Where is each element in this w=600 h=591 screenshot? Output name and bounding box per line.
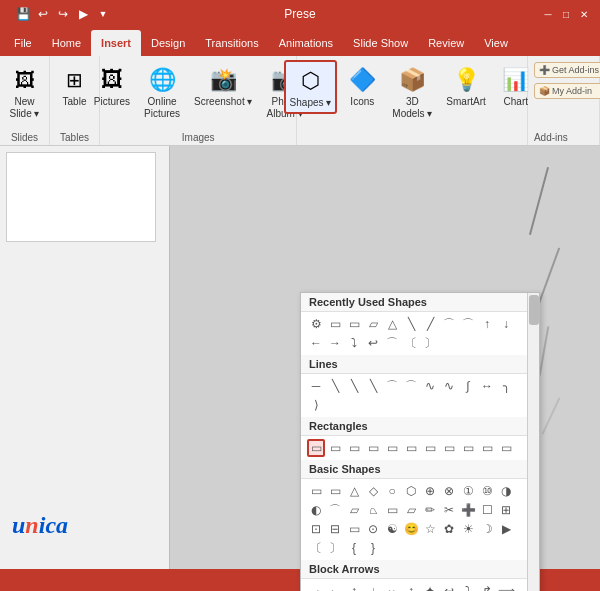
tab-slideshow[interactable]: Slide Show <box>343 30 418 56</box>
tab-animations[interactable]: Animations <box>269 30 343 56</box>
shape-line-diag2[interactable]: ╲ <box>345 377 363 395</box>
shape-bs-smile[interactable]: 😊 <box>402 520 420 538</box>
shape-rect-snip4[interactable]: ▭ <box>402 439 420 457</box>
ba-bent2[interactable]: ⤵ <box>459 582 477 591</box>
shape-rect2[interactable]: ▭ <box>345 315 363 333</box>
shape-rect-r[interactable]: ▭ <box>326 439 344 457</box>
shape-bs-sun[interactable]: ☀ <box>459 520 477 538</box>
shape-wave2[interactable]: ∿ <box>440 377 458 395</box>
shape-line-h[interactable]: ─ <box>307 377 325 395</box>
shape-bs-fold[interactable]: ⊡ <box>307 520 325 538</box>
shape-rect-snip6[interactable]: ▭ <box>440 439 458 457</box>
tab-insert[interactable]: Insert <box>91 30 141 56</box>
shape-bs-flower[interactable]: ✿ <box>440 520 458 538</box>
shape-bs-hex[interactable]: ⬡ <box>402 482 420 500</box>
shape-gear[interactable]: ⚙ <box>307 315 325 333</box>
shape-bs-sq[interactable]: ☐ <box>478 501 496 519</box>
ba-ud[interactable]: ↕ <box>402 582 420 591</box>
shape-bs-r1[interactable]: ▭ <box>383 501 401 519</box>
shape-bs-2[interactable]: ▭ <box>326 482 344 500</box>
shape-wave1[interactable]: ∿ <box>421 377 439 395</box>
shape-arrow-left[interactable]: ← <box>307 334 325 352</box>
shape-rect-snip8[interactable]: ▭ <box>478 439 496 457</box>
ba-r[interactable]: → <box>307 582 325 591</box>
shape-brace-l[interactable]: 〔 <box>402 334 420 352</box>
shape-bs-arc[interactable]: ⌒ <box>326 501 344 519</box>
shapes-panel-scrollbar[interactable] <box>527 293 539 591</box>
ba-u-turn[interactable]: ↱ <box>478 582 496 591</box>
shape-rect-snip3[interactable]: ▭ <box>383 439 401 457</box>
tab-view[interactable]: View <box>474 30 518 56</box>
shape-bs-yin[interactable]: ☯ <box>383 520 401 538</box>
shape-rect-snip9[interactable]: ▭ <box>497 439 515 457</box>
scrollbar-thumb[interactable] <box>529 295 539 325</box>
shape-arc2[interactable]: ⌒ <box>459 315 477 333</box>
ba-d[interactable]: ↓ <box>364 582 382 591</box>
shape-bs-moon[interactable]: ☽ <box>478 520 496 538</box>
more-btn[interactable]: ▼ <box>94 5 112 23</box>
my-addins-button[interactable]: 📦 My Add-in <box>534 83 600 99</box>
shape-bs-br[interactable]: 〕 <box>326 539 344 557</box>
shape-brace-r[interactable]: 〕 <box>421 334 439 352</box>
shape-rect-snip1[interactable]: ▭ <box>345 439 363 457</box>
shape-elbow[interactable]: ╮ <box>497 377 515 395</box>
shape-line-diag3[interactable]: ╲ <box>364 377 382 395</box>
get-addins-button[interactable]: ➕ Get Add-ins <box>534 62 600 78</box>
maximize-btn[interactable]: □ <box>558 6 574 22</box>
shape-curved-arr[interactable]: ⤵ <box>345 334 363 352</box>
icons-button[interactable]: 🔷 Icons <box>341 60 383 112</box>
shape-bs-par[interactable]: ▱ <box>345 501 363 519</box>
shape-bs-diamond[interactable]: ◇ <box>364 482 382 500</box>
screenshot-button[interactable]: 📸 Screenshot ▾ <box>189 60 257 112</box>
shape-bs-curly-r[interactable]: } <box>364 539 382 557</box>
ba-stripe-r[interactable]: ⟹ <box>497 582 515 591</box>
ba-bent1[interactable]: ↩ <box>440 582 458 591</box>
shape-bs-note[interactable]: ▭ <box>345 520 363 538</box>
ba-quad[interactable]: ✦ <box>421 582 439 591</box>
shape-bs-pen[interactable]: ✏ <box>421 501 439 519</box>
close-btn[interactable]: ✕ <box>576 6 592 22</box>
shape-line1[interactable]: ╲ <box>402 315 420 333</box>
shape-rect-snip5[interactable]: ▭ <box>421 439 439 457</box>
shape-line-diag1[interactable]: ╲ <box>326 377 344 395</box>
shape-curve-c[interactable]: ∫ <box>459 377 477 395</box>
shape-arc-sm1[interactable]: ⌒ <box>383 377 401 395</box>
shape-bs-cross[interactable]: ⊕ <box>421 482 439 500</box>
ba-l[interactable]: ← <box>326 582 344 591</box>
shape-rect-snip2[interactable]: ▭ <box>364 439 382 457</box>
shape-bs-star[interactable]: ☆ <box>421 520 439 538</box>
shape-bs-tri[interactable]: △ <box>345 482 363 500</box>
tab-file[interactable]: File <box>4 30 42 56</box>
shape-bs-frame[interactable]: ⊟ <box>326 520 344 538</box>
shape-arrow-up[interactable]: ↑ <box>478 315 496 333</box>
shape-line2[interactable]: ╱ <box>421 315 439 333</box>
shape-bs-bl[interactable]: 〔 <box>307 539 325 557</box>
shape-bs-r2[interactable]: ▱ <box>402 501 420 519</box>
shape-bs-1[interactable]: ▭ <box>307 482 325 500</box>
shape-bs-curly-l[interactable]: { <box>345 539 363 557</box>
shape-bs-half2[interactable]: ◐ <box>307 501 325 519</box>
shape-bs-c1[interactable]: ① <box>459 482 477 500</box>
shape-bs-x[interactable]: ⊗ <box>440 482 458 500</box>
3d-models-button[interactable]: 📦 3DModels ▾ <box>387 60 437 124</box>
ba-lr[interactable]: ↔ <box>383 582 401 591</box>
ba-u[interactable]: ↑ <box>345 582 363 591</box>
new-slide-button[interactable]: 🖼 NewSlide ▾ <box>4 60 46 124</box>
shape-rect-sel[interactable]: ▭ <box>307 439 325 457</box>
shape-bs-circle[interactable]: ○ <box>383 482 401 500</box>
present-btn[interactable]: ▶ <box>74 5 92 23</box>
shape-arrow-right[interactable]: → <box>326 334 344 352</box>
shape-bs-donut[interactable]: ⊙ <box>364 520 382 538</box>
shape-arrow-conn[interactable]: ⟩ <box>307 396 325 414</box>
tab-review[interactable]: Review <box>418 30 474 56</box>
tab-home[interactable]: Home <box>42 30 91 56</box>
shape-arc-sm2[interactable]: ⌒ <box>402 377 420 395</box>
save-btn[interactable]: 💾 <box>14 5 32 23</box>
pictures-button[interactable]: 🖼 Pictures <box>89 60 135 112</box>
smartart-button[interactable]: 💡 SmartArt <box>441 60 490 112</box>
shape-bs-c10[interactable]: ⑩ <box>478 482 496 500</box>
shape-arc1[interactable]: ⌒ <box>440 315 458 333</box>
shapes-button[interactable]: ⬡ Shapes ▾ <box>284 60 338 114</box>
shape-undo-arr[interactable]: ↩ <box>364 334 382 352</box>
slide-thumbnail[interactable] <box>6 152 156 242</box>
